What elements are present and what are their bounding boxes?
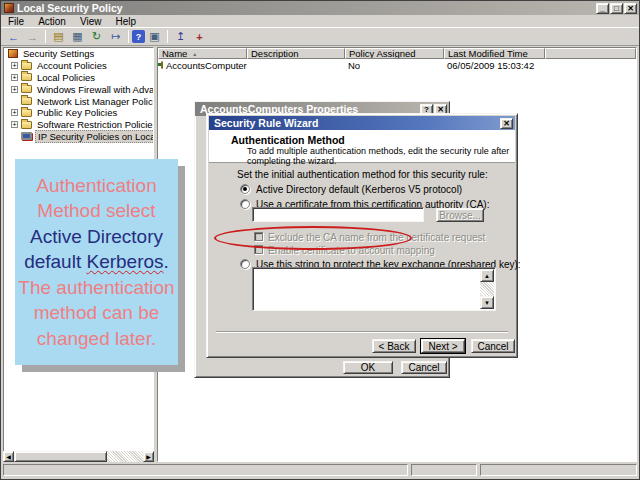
- security-policy-app-icon: [4, 3, 14, 13]
- back-button[interactable]: < Back: [372, 339, 416, 353]
- checkbox-account-mapping-label[interactable]: Enable certificate to account mapping: [268, 245, 435, 256]
- column-header-description[interactable]: Description: [247, 48, 345, 59]
- policy-assigned: No: [345, 60, 444, 71]
- annotation-text: Authentication Method select Active Dire…: [15, 173, 178, 352]
- kerberos-misspell-underline: Kerberos: [86, 251, 163, 272]
- tree-item-ip-security-policies[interactable]: IP Security Policies on Local Computer: [4, 131, 153, 143]
- policy-name: AccountsComputers: [166, 60, 247, 71]
- next-button[interactable]: Next >: [421, 339, 465, 353]
- expand-icon[interactable]: +: [11, 74, 18, 81]
- scroll-down-icon[interactable]: ▼: [480, 296, 494, 309]
- tree-item-security-settings[interactable]: Security Settings: [4, 48, 153, 60]
- toolbar: ← → ▤ ▦ ↻ ↦ ? ▣ ↥ +: [1, 28, 639, 46]
- tree-item-network-list-manager[interactable]: Network List Manager Policies: [4, 95, 153, 107]
- textarea-scrollbar[interactable]: ▲ ▼: [480, 269, 494, 309]
- expand-icon[interactable]: +: [11, 86, 18, 93]
- wizard-close-button[interactable]: ✕: [500, 118, 513, 129]
- scrollbar-thumb[interactable]: [14, 451, 107, 462]
- ip-security-icon: [21, 132, 32, 140]
- tree-item-account-policies[interactable]: + Account Policies: [4, 60, 153, 72]
- wizard-body: Set the initial authentication method fo…: [209, 163, 515, 355]
- properties-icon[interactable]: ▦: [69, 29, 86, 44]
- folder-icon: [21, 109, 32, 117]
- table-row[interactable]: AccountsComputers No 06/05/2009 15:03:42: [158, 59, 636, 71]
- toolbar-separator: [45, 30, 46, 43]
- console-root-icon: [8, 49, 18, 58]
- window-titlebar: Local Security Policy _ □ ✕: [1, 1, 639, 15]
- folder-icon: [21, 97, 32, 105]
- status-segment: [3, 464, 408, 476]
- menu-file[interactable]: File: [1, 16, 31, 27]
- menu-view[interactable]: View: [73, 16, 109, 27]
- list-header: Name ▴ Description Policy Assigned Last …: [158, 48, 636, 59]
- wizard-title: Security Rule Wizard: [214, 117, 499, 129]
- scroll-up-icon[interactable]: ▲: [480, 269, 494, 282]
- column-header-last-modified[interactable]: Last Modified Time: [444, 48, 545, 59]
- expand-icon[interactable]: +: [11, 62, 18, 69]
- column-header-filler: [545, 48, 636, 59]
- local-security-policy-window: Local Security Policy _ □ ✕ File Action …: [0, 0, 640, 480]
- folder-icon: [21, 73, 32, 81]
- menu-help[interactable]: Help: [108, 16, 143, 27]
- wizard-step-heading: Authentication Method: [231, 134, 345, 146]
- menu-bar: File Action View Help: [1, 15, 639, 28]
- show-console-tree-icon[interactable]: ▤: [50, 29, 67, 44]
- tree-item-software-restriction[interactable]: + Software Restriction Policies: [4, 119, 153, 131]
- folder-icon: [21, 121, 32, 129]
- wizard-header: Authentication Method To add multiple au…: [209, 130, 515, 163]
- tree-item-windows-firewall[interactable]: + Windows Firewall with Advanced Securit…: [4, 83, 153, 95]
- scroll-left-icon[interactable]: ◀: [3, 451, 14, 462]
- help-icon[interactable]: ?: [132, 30, 145, 43]
- browse-button[interactable]: Browse...: [436, 208, 484, 222]
- expand-icon[interactable]: +: [11, 109, 18, 116]
- scrollbar-track[interactable]: [14, 451, 143, 462]
- status-segment: [480, 464, 637, 476]
- policy-item-icon: [161, 61, 163, 69]
- menu-action[interactable]: Action: [31, 16, 73, 27]
- back-icon[interactable]: ←: [5, 29, 22, 44]
- policy-last-modified: 06/05/2009 15:03:42: [444, 60, 545, 71]
- folder-icon: [21, 62, 32, 70]
- tutorial-annotation-box: Authentication Method select Active Dire…: [15, 159, 178, 365]
- ca-input[interactable]: [252, 207, 424, 222]
- properties-cancel-button[interactable]: Cancel: [401, 361, 447, 374]
- radio-certificate[interactable]: [240, 199, 250, 209]
- tree-item-local-policies[interactable]: + Local Policies: [4, 72, 153, 84]
- radio-active-directory-label[interactable]: Active Directory default (Kerberos V5 pr…: [256, 184, 462, 195]
- preshared-key-textarea[interactable]: ▲ ▼: [252, 267, 496, 311]
- close-button[interactable]: ✕: [624, 3, 637, 14]
- ok-button[interactable]: OK: [343, 361, 393, 374]
- tree-horizontal-scrollbar[interactable]: ◀ ▶: [3, 451, 154, 462]
- column-header-name[interactable]: Name ▴: [158, 48, 247, 59]
- radio-active-directory[interactable]: [240, 184, 250, 194]
- checkbox-account-mapping[interactable]: [254, 245, 263, 254]
- minimize-button[interactable]: _: [596, 3, 609, 14]
- toolbar-separator: [128, 30, 129, 43]
- assign-policy-icon[interactable]: ↥: [172, 29, 189, 44]
- create-policy-icon[interactable]: +: [191, 29, 208, 44]
- toolbar-separator: [167, 30, 168, 43]
- sort-ascending-icon: ▴: [193, 50, 196, 57]
- status-segment: [411, 464, 477, 476]
- expand-icon[interactable]: +: [11, 121, 18, 128]
- security-rule-wizard-dialog: Security Rule Wizard ✕ Authentication Me…: [206, 113, 518, 358]
- restore-button[interactable]: □: [610, 3, 623, 14]
- new-window-icon[interactable]: ▣: [146, 29, 163, 44]
- forward-icon[interactable]: →: [24, 29, 41, 44]
- wizard-cancel-button[interactable]: Cancel: [471, 339, 515, 353]
- checkbox-exclude-ca-label[interactable]: Exclude the CA name from the certificate…: [268, 232, 485, 243]
- export-list-icon[interactable]: ↦: [107, 29, 124, 44]
- checkbox-exclude-ca[interactable]: [254, 232, 263, 241]
- scroll-right-icon[interactable]: ▶: [143, 451, 154, 462]
- status-bar: [3, 464, 637, 476]
- column-header-policy-assigned[interactable]: Policy Assigned: [345, 48, 444, 59]
- refresh-icon[interactable]: ↻: [88, 29, 105, 44]
- radio-preshared-key[interactable]: [240, 259, 250, 269]
- button-separator: [216, 331, 508, 333]
- folder-icon: [21, 85, 32, 93]
- intro-label: Set the initial authentication method fo…: [237, 169, 488, 180]
- wizard-titlebar: Security Rule Wizard ✕: [209, 116, 515, 130]
- window-title: Local Security Policy: [17, 2, 595, 14]
- tree-item-public-key-policies[interactable]: + Public Key Policies: [4, 107, 153, 119]
